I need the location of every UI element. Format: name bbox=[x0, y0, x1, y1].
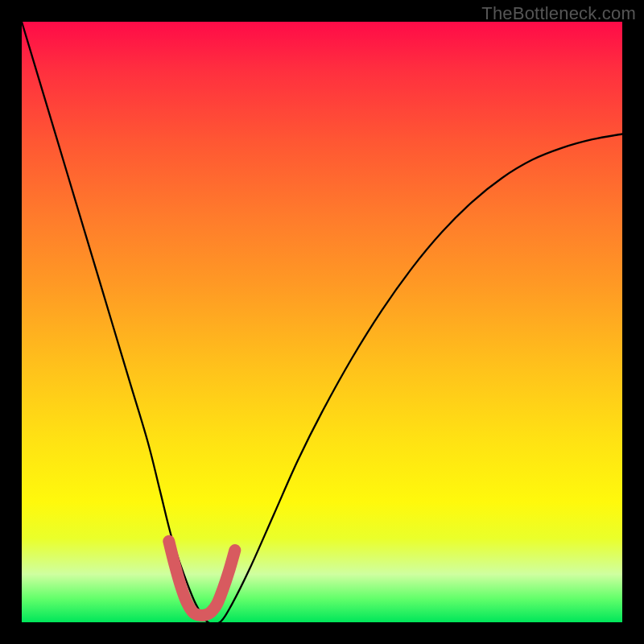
bottleneck-curve bbox=[22, 22, 622, 625]
watermark-text: TheBottleneck.com bbox=[481, 3, 636, 24]
plot-area bbox=[22, 22, 622, 622]
highlight-curve bbox=[169, 541, 235, 615]
chart-svg bbox=[22, 22, 622, 622]
